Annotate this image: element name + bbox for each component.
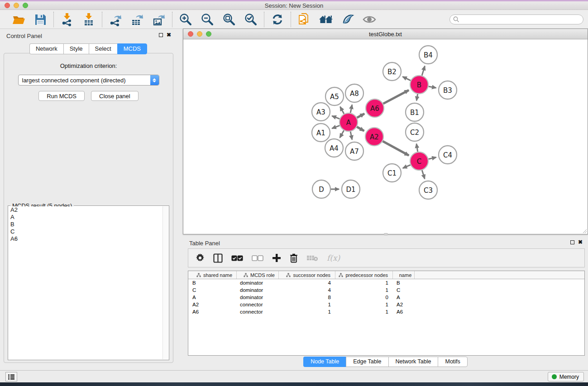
column-header-name[interactable]: name (393, 271, 415, 279)
tab-network[interactable]: Network (29, 43, 63, 54)
table-cell[interactable]: 1 (335, 279, 393, 286)
column-header-successor-nodes[interactable]: successor nodes (279, 271, 335, 279)
graph-edge-A-A7[interactable] (350, 132, 352, 140)
table-cell[interactable]: 1 (279, 308, 335, 315)
table-row[interactable]: A6connector11A6 (188, 308, 584, 315)
export-image-icon[interactable] (151, 12, 167, 27)
result-scrollbar[interactable] (163, 206, 168, 359)
graph-edge-A6-B[interactable] (383, 90, 409, 104)
mcds-result-item[interactable]: B (9, 221, 163, 228)
table-row[interactable]: A2connector11A2 (188, 301, 584, 308)
float-table-panel-icon[interactable] (570, 240, 574, 244)
column-header-MCDS-role[interactable]: MCDS role (237, 271, 279, 279)
table-cell[interactable]: A (393, 294, 415, 301)
resize-grip-icon[interactable] (582, 228, 587, 234)
table-row[interactable]: Adominator80A (188, 294, 584, 301)
new-session-from-network-icon[interactable] (296, 12, 312, 27)
table-settings-gear-icon[interactable] (196, 253, 205, 262)
graph-edge-A-A4[interactable] (340, 130, 344, 138)
home-view-icon[interactable] (318, 12, 334, 27)
table-cell[interactable]: 4 (279, 286, 335, 294)
table-cell[interactable]: 8 (279, 294, 335, 301)
graph-edge-A-A3[interactable] (332, 116, 339, 119)
table-cell[interactable]: 0 (335, 294, 393, 301)
graph-edge-C-C4[interactable] (428, 157, 436, 159)
select-all-rows-icon[interactable] (231, 255, 243, 261)
network-window-titlebar[interactable]: testGlobe.txt (183, 29, 588, 39)
close-panel-icon[interactable]: ✖ (167, 33, 171, 37)
table-row[interactable]: Bdominator41B (188, 279, 584, 286)
table-cell[interactable]: A2 (188, 301, 237, 308)
tab-node-table[interactable]: Node Table (303, 357, 346, 367)
tab-style[interactable]: Style (63, 43, 89, 54)
delete-column-trash-icon[interactable] (290, 253, 298, 263)
graph-edge-A2-C[interactable] (382, 141, 409, 155)
table-cell[interactable]: connector (237, 301, 279, 308)
graph-edge-B-B4[interactable] (422, 66, 425, 76)
panel-splitter-handle[interactable] (384, 233, 388, 235)
open-file-icon[interactable] (11, 12, 26, 27)
zoom-out-icon[interactable] (200, 12, 215, 27)
zoom-selected-icon[interactable] (243, 12, 258, 27)
refresh-layout-icon[interactable] (270, 12, 285, 27)
table-cell[interactable]: 4 (279, 279, 335, 286)
graph-edge-B-B2[interactable] (402, 76, 411, 81)
mcds-result-item[interactable]: A (9, 214, 163, 221)
mcds-result-item[interactable]: A6 (9, 235, 163, 243)
table-cell[interactable]: dominator (237, 294, 279, 301)
close-panel-button[interactable]: Close panel (91, 91, 139, 101)
graph-edge-A-A2[interactable] (357, 127, 364, 131)
table-cell[interactable]: 1 (279, 301, 335, 308)
import-network-icon[interactable] (59, 12, 75, 27)
graph-edge-B-B3[interactable] (429, 86, 436, 88)
tab-edge-table[interactable]: Edge Table (346, 357, 388, 367)
deselect-all-rows-icon[interactable] (252, 255, 263, 261)
column-selector-icon[interactable] (213, 253, 223, 263)
table-cell[interactable]: connector (237, 308, 279, 315)
table-cell[interactable]: 1 (335, 301, 393, 308)
hide-graphics-details-icon[interactable] (362, 12, 377, 27)
table-cell[interactable]: B (393, 279, 415, 286)
table-row[interactable]: Cdominator41C (188, 286, 584, 294)
run-mcds-button[interactable]: Run MCDS (38, 91, 85, 101)
mcds-result-item[interactable]: A2 (9, 206, 163, 214)
graph-edge-A-A5[interactable] (340, 107, 344, 114)
graph-edge-A-A1[interactable] (332, 125, 339, 128)
toolbar-search[interactable] (449, 14, 583, 24)
tab-motifs[interactable]: Motifs (438, 357, 467, 367)
graph-edge-A-A6[interactable] (357, 114, 365, 118)
table-cell[interactable]: A6 (188, 308, 237, 315)
tab-network-table[interactable]: Network Table (388, 357, 438, 367)
table-cell[interactable]: 1 (335, 286, 393, 294)
mcds-result-item[interactable]: C (9, 228, 163, 235)
table-cell[interactable]: A (188, 294, 237, 301)
close-table-panel-icon[interactable]: ✖ (578, 240, 583, 244)
tab-select[interactable]: Select (89, 43, 117, 54)
show-graphics-details-icon[interactable] (340, 12, 355, 27)
graph-edge-A-A8[interactable] (350, 105, 352, 113)
network-graph-canvas[interactable]: B4B2BB3A8A5A6A3B1AA1C2A2A4A7C4CC1C3DD1 (183, 40, 588, 234)
table-cell[interactable]: dominator (237, 286, 279, 294)
table-cell[interactable]: A2 (393, 301, 415, 308)
import-table-icon[interactable] (81, 12, 96, 27)
graph-edge-C-C3[interactable] (422, 170, 425, 179)
search-input[interactable] (462, 15, 583, 24)
export-table-icon[interactable] (129, 12, 145, 27)
zoom-fit-icon[interactable] (221, 12, 237, 27)
table-cell[interactable]: B (188, 279, 237, 286)
float-panel-icon[interactable] (159, 33, 163, 37)
table-cell[interactable]: C (393, 286, 415, 294)
memory-button[interactable]: Memory (548, 372, 584, 381)
table-cell[interactable]: dominator (237, 279, 279, 286)
zoom-in-icon[interactable] (178, 12, 193, 27)
table-cell[interactable]: 1 (335, 308, 393, 315)
graph-edge-C-C1[interactable] (403, 165, 411, 168)
graph-edge-B-B1[interactable] (416, 94, 417, 101)
save-session-icon[interactable] (33, 12, 48, 27)
graph-edge-C-C2[interactable] (416, 144, 418, 152)
criterion-select[interactable]: largest connected component (directed) (18, 75, 159, 86)
tab-mcds[interactable]: MCDS (117, 43, 147, 54)
add-column-icon[interactable] (272, 253, 281, 262)
column-header-predecessor-nodes[interactable]: predecessor nodes (335, 271, 393, 279)
task-history-button[interactable] (5, 372, 17, 381)
